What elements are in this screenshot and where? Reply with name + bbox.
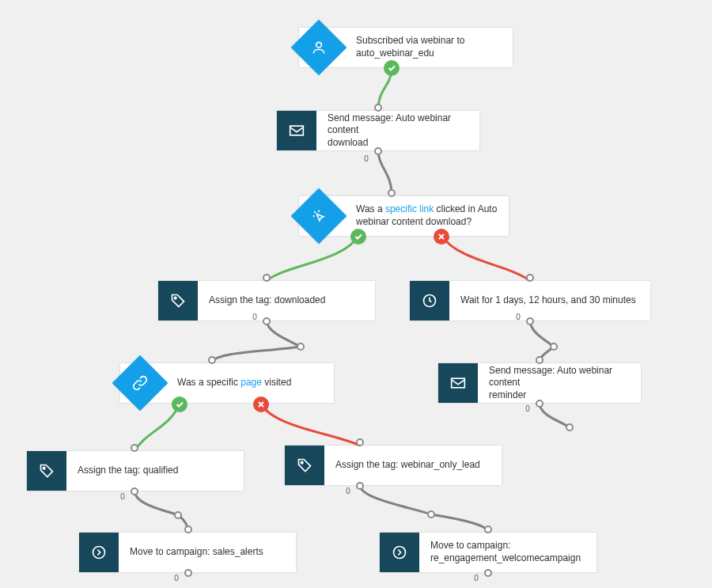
- node-move-re-engagement[interactable]: Move to campaign:re_engagement_welcomeca…: [380, 533, 596, 572]
- port-dot[interactable]: [536, 356, 543, 364]
- counter-label: 0: [513, 313, 523, 321]
- node-tag-downloaded[interactable]: Assign the tag: downloaded: [158, 281, 375, 321]
- node-tag-qualified[interactable]: Assign the tag: qualified: [27, 451, 244, 491]
- svg-rect-1: [290, 126, 304, 135]
- port-dot[interactable]: [484, 525, 492, 533]
- counter-label: 0: [523, 404, 532, 413]
- port-dot[interactable]: [427, 510, 435, 518]
- node-text: Was a specific link clicked in Autowebin…: [339, 196, 509, 236]
- port-dot[interactable]: [374, 104, 382, 112]
- port-dot[interactable]: [356, 482, 364, 490]
- svg-point-0: [316, 42, 322, 47]
- port-dot[interactable]: [131, 487, 138, 495]
- port-dot[interactable]: [536, 400, 543, 408]
- workflow-canvas[interactable]: Subscribed via webinar toauto_webinar_ed…: [0, 0, 712, 588]
- port-dot[interactable]: [184, 569, 192, 577]
- action-icon-slot: [277, 111, 316, 150]
- port-dot[interactable]: [484, 569, 492, 577]
- condition-diamond: [299, 196, 339, 236]
- check-icon: [350, 229, 366, 245]
- port-dot[interactable]: [263, 317, 271, 325]
- clock-icon: [422, 293, 437, 309]
- svg-point-7: [93, 547, 105, 559]
- port-dot[interactable]: [526, 317, 534, 325]
- node-text: Assign the tag: downloaded: [198, 281, 375, 321]
- node-text: Assign the tag: qualified: [66, 451, 244, 491]
- tag-icon: [297, 457, 312, 473]
- node-wait[interactable]: Wait for 1 days, 12 hours, and 30 minute…: [410, 281, 650, 321]
- mail-icon: [289, 123, 305, 138]
- condition-diamond: [299, 28, 339, 67]
- user-icon: [311, 40, 327, 55]
- node-text: Assign the tag: webinar_only_lead: [324, 446, 502, 485]
- node-text: Move to campaign:re_engagement_welcomeca…: [419, 533, 596, 572]
- node-text: Wait for 1 days, 12 hours, and 30 minute…: [449, 281, 650, 321]
- node-trigger-subscribed[interactable]: Subscribed via webinar toauto_webinar_ed…: [299, 28, 513, 67]
- x-icon: [434, 229, 449, 245]
- node-cond-page-visited[interactable]: Was a specific page visited: [120, 363, 334, 403]
- counter-label: 0: [472, 574, 481, 582]
- check-icon: [172, 396, 187, 412]
- arrow-right-circle-icon: [91, 544, 107, 560]
- node-cond-link-clicked[interactable]: Was a specific link clicked in Autowebin…: [299, 196, 509, 236]
- node-text: Subscribed via webinar toauto_webinar_ed…: [339, 28, 513, 67]
- svg-rect-4: [452, 378, 465, 388]
- counter-label: 0: [362, 154, 371, 163]
- port-dot[interactable]: [263, 274, 271, 282]
- port-dot[interactable]: [526, 274, 534, 282]
- x-icon: [253, 396, 269, 412]
- svg-point-5: [43, 467, 45, 469]
- page-link[interactable]: page: [240, 377, 262, 388]
- port-dot[interactable]: [356, 438, 364, 446]
- node-send-reminder[interactable]: Send message: Auto webinar contentremind…: [438, 363, 641, 403]
- counter-label: 0: [343, 487, 353, 495]
- mail-icon: [450, 376, 466, 390]
- counter-label: 0: [118, 492, 127, 501]
- specific-link-link[interactable]: specific link: [385, 203, 434, 214]
- svg-point-6: [301, 461, 303, 464]
- node-text: Send message: Auto webinar contentdownlo…: [316, 111, 479, 150]
- node-tag-webinar-only-lead[interactable]: Assign the tag: webinar_only_lead: [285, 446, 502, 485]
- port-dot[interactable]: [208, 356, 216, 364]
- check-icon: [384, 60, 400, 76]
- node-text: Was a specific page visited: [160, 363, 334, 403]
- click-icon: [311, 208, 327, 224]
- svg-point-2: [174, 297, 176, 299]
- port-dot[interactable]: [184, 525, 192, 533]
- port-dot[interactable]: [374, 147, 382, 155]
- port-dot[interactable]: [174, 511, 182, 519]
- counter-label: 0: [250, 313, 259, 321]
- port-dot[interactable]: [131, 444, 138, 452]
- svg-point-8: [394, 547, 406, 559]
- port-dot[interactable]: [297, 343, 305, 351]
- arrow-right-circle-icon: [392, 544, 407, 560]
- node-text: Move to campaign: sales_alerts: [119, 533, 296, 572]
- node-move-sales-alerts[interactable]: Move to campaign: sales_alerts: [79, 533, 296, 572]
- counter-label: 0: [172, 574, 181, 582]
- tag-icon: [39, 463, 55, 479]
- link-icon: [132, 375, 148, 391]
- tag-icon: [170, 293, 186, 309]
- node-text: Send message: Auto webinar contentremind…: [478, 363, 641, 403]
- condition-diamond: [120, 363, 160, 403]
- port-dot[interactable]: [388, 189, 396, 197]
- port-dot[interactable]: [550, 343, 558, 351]
- port-dot[interactable]: [566, 423, 574, 431]
- node-send-download[interactable]: Send message: Auto webinar contentdownlo…: [277, 111, 479, 150]
